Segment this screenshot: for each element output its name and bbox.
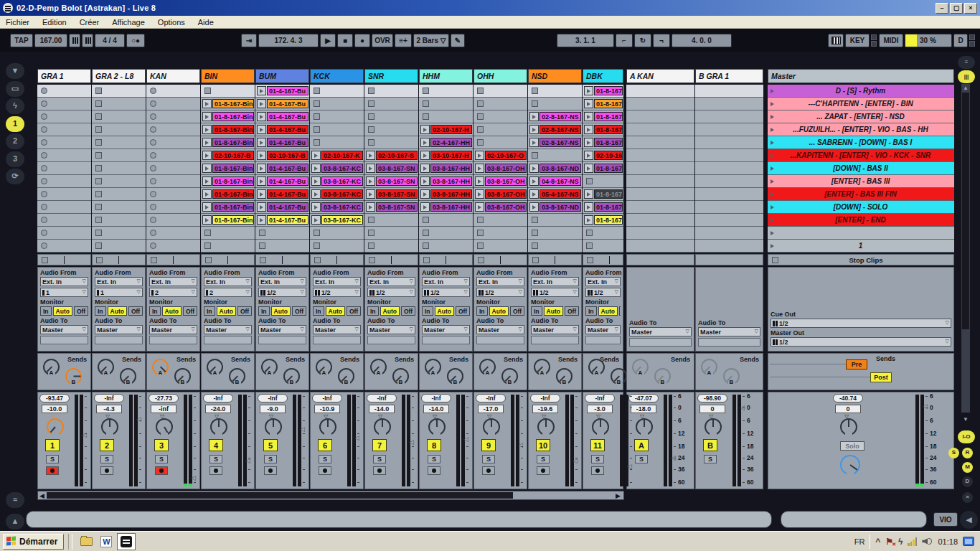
- scroll-right-icon[interactable]: ▶: [616, 491, 621, 500]
- pan-knob[interactable]: [319, 418, 336, 435]
- track-header-hhm[interactable]: HHM: [419, 69, 473, 83]
- clip-play-button[interactable]: [311, 189, 321, 199]
- track-activator-button[interactable]: A: [634, 439, 649, 451]
- input-channel-chooser[interactable]: 1/2▽: [422, 288, 470, 297]
- input-channel-chooser[interactable]: 1▽: [40, 288, 88, 297]
- empty-clip-slot[interactable]: [92, 149, 146, 162]
- send-a-knob[interactable]: A: [632, 359, 649, 375]
- show-io-toggle[interactable]: I-O: [958, 430, 975, 443]
- empty-clip-slot[interactable]: [310, 123, 364, 136]
- monitor-in-button[interactable]: In: [476, 306, 488, 316]
- output-chooser[interactable]: Master▽: [531, 325, 579, 334]
- clip-play-button[interactable]: [202, 202, 212, 212]
- scene-slot-10[interactable]: [DOWN] - SOLO: [768, 201, 954, 214]
- monitor-auto-button[interactable]: Auto: [435, 306, 454, 316]
- track-stop-button[interactable]: [478, 257, 484, 263]
- output-chooser[interactable]: Master▽: [40, 325, 88, 334]
- monitor-off-button[interactable]: Off: [456, 306, 470, 316]
- clip-cell[interactable]: 03-8-167-HH: [419, 162, 473, 175]
- peak-level-field[interactable]: -93.47: [39, 394, 70, 402]
- monitor-auto-button[interactable]: Auto: [380, 306, 400, 316]
- empty-clip-slot[interactable]: [364, 227, 418, 240]
- clip-cell[interactable]: 01-8-167: [583, 110, 623, 123]
- empty-clip-slot[interactable]: [473, 85, 527, 98]
- empty-clip-slot[interactable]: [146, 175, 200, 188]
- clip-cell[interactable]: 01-4-167-Bu: [255, 214, 309, 227]
- monitor-in-button[interactable]: In: [204, 306, 215, 316]
- volume-field[interactable]: -9.0: [260, 405, 286, 413]
- clip-play-button[interactable]: [257, 215, 266, 225]
- tap-tempo-button[interactable]: TAP: [10, 34, 33, 47]
- monitor-in-button[interactable]: In: [367, 306, 379, 316]
- monitor-off-button[interactable]: Off: [183, 306, 197, 316]
- tempo-field[interactable]: 167.00: [34, 34, 67, 47]
- monitor-in-button[interactable]: In: [585, 306, 597, 316]
- solo-button[interactable]: S: [482, 455, 495, 463]
- clip-play-button[interactable]: [311, 164, 321, 173]
- clip-cell[interactable]: 03-8-167-KC: [310, 214, 364, 227]
- empty-clip-slot[interactable]: [364, 240, 418, 253]
- clip-cell[interactable]: 04-8-167-NS: [528, 175, 582, 188]
- empty-clip-slot[interactable]: [626, 227, 694, 240]
- empty-clip-slot[interactable]: [528, 98, 582, 110]
- clip-cell[interactable]: 02-10-167-O: [473, 149, 527, 162]
- menu-aide[interactable]: Aide: [198, 18, 214, 27]
- empty-clip-slot[interactable]: [473, 240, 527, 253]
- clip-cell[interactable]: 01-8-167: [583, 214, 623, 227]
- pan-knob[interactable]: [47, 418, 64, 435]
- pencil-draw-icon[interactable]: ✎: [451, 34, 465, 47]
- volume-field[interactable]: -24.0: [205, 405, 231, 413]
- empty-clip-slot[interactable]: [37, 175, 91, 188]
- empty-clip-slot[interactable]: [37, 214, 91, 227]
- monitor-off-button[interactable]: Off: [401, 306, 415, 316]
- empty-clip-slot[interactable]: [37, 110, 91, 123]
- scene-slot-11[interactable]: [ENTER] - END: [768, 214, 954, 227]
- record-button[interactable]: ●: [354, 34, 370, 47]
- empty-clip-slot[interactable]: [37, 188, 91, 201]
- wave-icon[interactable]: ≈: [6, 492, 24, 508]
- clip-play-button[interactable]: [420, 164, 430, 173]
- monitor-in-button[interactable]: In: [149, 306, 161, 316]
- empty-clip-slot[interactable]: [473, 136, 527, 149]
- empty-clip-slot[interactable]: [364, 214, 418, 227]
- empty-clip-slot[interactable]: [37, 201, 91, 214]
- empty-clip-slot[interactable]: [419, 85, 473, 98]
- clip-cell[interactable]: 01-4-167-Bu: [255, 110, 309, 123]
- clip-cell[interactable]: 03-8-167-KC: [310, 201, 364, 214]
- scroll-thumb[interactable]: [962, 93, 969, 329]
- send-b-knob[interactable]: B: [654, 368, 671, 385]
- empty-clip-slot[interactable]: [92, 214, 146, 227]
- output-chooser[interactable]: Master▽: [367, 325, 415, 334]
- empty-clip-slot[interactable]: [146, 123, 200, 136]
- clip-play-button[interactable]: [529, 112, 539, 121]
- clip-play-button[interactable]: [529, 202, 539, 212]
- clip-cell[interactable]: 01-8-167-Bin: [201, 136, 255, 149]
- input-type-chooser[interactable]: Ext. In▽: [422, 277, 470, 286]
- pan-knob[interactable]: [210, 418, 227, 435]
- empty-clip-slot[interactable]: [310, 136, 364, 149]
- clip-cell[interactable]: 03-8-167-HH: [419, 175, 473, 188]
- arm-record-button[interactable]: [482, 466, 495, 475]
- browser-toggle-icon[interactable]: ▼: [6, 63, 24, 79]
- vertical-scrollbar[interactable]: [961, 83, 971, 413]
- master-pan-knob[interactable]: [840, 418, 857, 435]
- volume-field[interactable]: -18.0: [631, 405, 656, 413]
- maximize-icon[interactable]: ▢: [950, 3, 963, 14]
- clip-play-button[interactable]: [311, 202, 321, 212]
- scene-slot-13[interactable]: 1: [768, 240, 954, 253]
- send-b-knob[interactable]: B: [338, 368, 354, 385]
- send-a-knob[interactable]: A: [588, 359, 605, 375]
- clip-play-button[interactable]: [257, 86, 266, 95]
- empty-clip-slot[interactable]: [92, 240, 146, 253]
- scene-slot-8[interactable]: [ENTER] - BAS III: [768, 175, 954, 188]
- show-mixer-toggle[interactable]: M: [962, 462, 973, 473]
- clip-play-button[interactable]: [202, 125, 212, 134]
- plugin-browser-icon[interactable]: ϟ: [6, 98, 24, 114]
- loop-start-field[interactable]: 3. 1. 1: [557, 34, 614, 47]
- volume-field[interactable]: -19.6: [532, 405, 558, 413]
- security-alert-flag-icon[interactable]: ⚑✕: [885, 537, 893, 547]
- empty-clip-slot[interactable]: [626, 162, 694, 175]
- empty-clip-slot[interactable]: [37, 227, 91, 240]
- track-header-kan[interactable]: KAN: [146, 69, 200, 83]
- track-header-kck[interactable]: KCK: [310, 69, 364, 83]
